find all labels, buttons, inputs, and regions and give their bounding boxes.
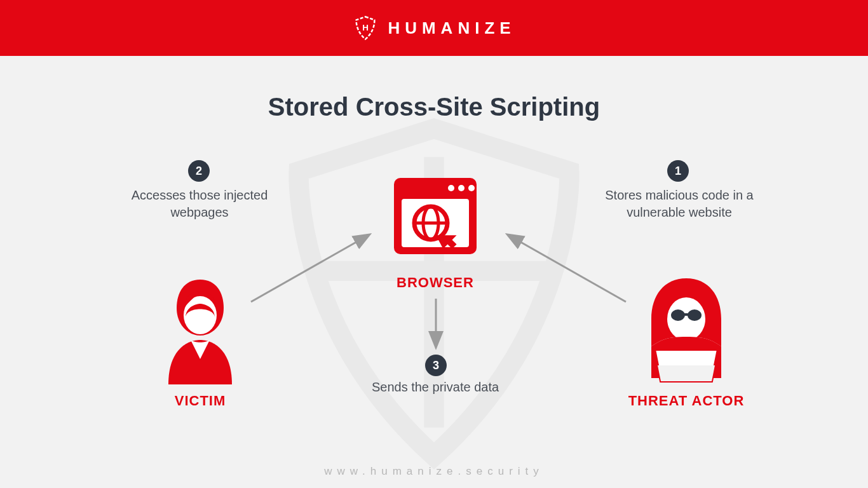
svg-rect-15 [684,313,688,316]
svg-point-13 [671,309,685,321]
step-2-text: Accesses those injected webpages [125,187,275,221]
threat-actor-label: THREAT ACTOR [623,393,750,409]
step-1-badge: 1 [667,160,689,182]
step-2-badge: 2 [188,160,210,182]
step-3-text: Sends the private data [356,379,515,396]
diagram-title: Stored Cross-Site Scripting [0,93,868,121]
threat-actor-icon [632,273,740,390]
svg-point-14 [688,309,702,321]
svg-text:H: H [363,23,369,32]
shield-logo-icon: H [352,15,379,41]
browser-label: BROWSER [388,274,483,291]
footer-url: www.humanize.security [0,465,868,478]
step-3-badge: 3 [425,355,447,376]
victim-label: VICTIM [153,393,248,409]
background-shield-watermark [205,114,663,470]
svg-point-6 [458,185,465,191]
svg-point-7 [468,185,475,191]
step-1-text: Stores malicious code in a vulnerable we… [602,187,756,221]
browser-icon [388,168,483,266]
svg-point-5 [448,185,454,191]
brand-name: HUMANIZE [388,18,515,38]
header-banner: H HUMANIZE [0,0,868,56]
victim-icon [153,273,248,390]
